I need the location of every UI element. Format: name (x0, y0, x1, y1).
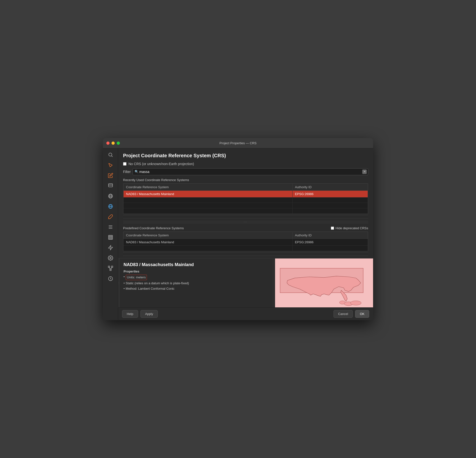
window-title: Project Properties — CRS (220, 141, 257, 145)
sidebar-item-table[interactable] (106, 233, 115, 242)
sidebar-item-cursor[interactable] (106, 161, 115, 170)
empty-cell (292, 245, 368, 251)
recently-used-table: Coordinate Reference System Authority ID… (123, 184, 368, 214)
map-preview (275, 258, 373, 307)
sidebar (103, 148, 118, 320)
sidebar-item-settings[interactable] (106, 254, 115, 262)
svg-line-26 (109, 267, 110, 269)
units-item: Units: meters (126, 275, 147, 280)
static-item: Static (relies on a datum which is plate… (126, 281, 189, 286)
ok-button[interactable]: OK (355, 310, 369, 318)
filter-input-wrap: 🔍 ✕ (133, 168, 368, 175)
close-button[interactable] (106, 142, 110, 145)
sidebar-item-search[interactable] (106, 150, 115, 159)
vertical-splitter[interactable] (118, 258, 120, 307)
crs-name-cell: NAD83 / Massachusetts Mainland (124, 190, 293, 197)
predefined-hscroll[interactable] (123, 252, 368, 256)
empty-cell (124, 197, 293, 203)
crs-name-cell: NAD83 / Massachusetts Mainland (124, 239, 293, 245)
no-crs-label: No CRS (or unknown/non-Earth projection) (128, 162, 194, 166)
table-row (124, 208, 368, 214)
section-splitter[interactable] (123, 221, 368, 223)
apply-button[interactable]: Apply (140, 310, 158, 318)
footer: Help Apply Cancel OK (118, 307, 373, 320)
empty-cell (292, 203, 368, 208)
maximize-button[interactable] (117, 142, 120, 145)
svg-line-27 (111, 267, 112, 269)
table-row[interactable]: NAD83 / Massachusetts Mainland EPSG:2698… (124, 190, 368, 197)
minimize-button[interactable] (112, 142, 115, 145)
table-row (124, 245, 368, 251)
sidebar-item-clock[interactable] (106, 274, 115, 283)
table-row (124, 203, 368, 208)
titlebar: Project Properties — CRS (103, 138, 373, 148)
hide-deprecated-label: Hide deprecated CRSs (336, 226, 368, 230)
map-svg (275, 258, 373, 307)
svg-line-4 (110, 165, 112, 167)
empty-cell (124, 203, 293, 208)
content-area: Project Coordinate Reference System (CRS… (118, 148, 373, 320)
filter-row: Filter 🔍 ✕ (123, 168, 368, 175)
hide-deprecated-row: Hide deprecated CRSs (331, 226, 368, 230)
list-item: Static (relies on a datum which is plate… (124, 281, 269, 286)
detail-title: NAD83 / Massachusetts Mainland (124, 262, 269, 268)
svg-rect-16 (108, 235, 112, 239)
detail-properties-list: Units: meters Static (relies on a datum … (124, 275, 269, 291)
predefined-table-wrap: Coordinate Reference System Authority ID… (123, 231, 368, 251)
authority-id-cell: EPSG:26986 (292, 239, 368, 245)
filter-label: Filter (123, 170, 131, 174)
predefined-section: Predefined Coordinate Reference Systems … (123, 226, 368, 256)
recently-used-table-wrap: Coordinate Reference System Authority ID… (123, 183, 368, 214)
sidebar-item-globe2[interactable] (106, 202, 115, 211)
main-window: Project Properties — CRS (103, 138, 373, 320)
panel-title: Project Coordinate Reference System (CRS… (123, 153, 368, 158)
col-crs-header: Coordinate Reference System (124, 184, 293, 190)
table-row[interactable]: NAD83 / Massachusetts Mainland EPSG:2698… (124, 239, 368, 245)
predefined-title: Predefined Coordinate Reference Systems (123, 226, 184, 230)
detail-section: NAD83 / Massachusetts Mainland Propertie… (118, 258, 373, 307)
svg-rect-23 (108, 266, 110, 267)
predefined-header: Predefined Coordinate Reference Systems … (123, 226, 368, 230)
svg-rect-24 (111, 266, 113, 267)
svg-point-22 (110, 257, 111, 259)
svg-point-0 (109, 153, 112, 156)
crs-panel: Project Coordinate Reference System (CRS… (118, 148, 373, 258)
method-item: Method: Lambert Conformal Conic (126, 286, 175, 291)
detail-text: NAD83 / Massachusetts Mainland Propertie… (120, 258, 273, 307)
empty-cell (124, 245, 293, 251)
col-authority-header: Authority ID (292, 184, 368, 190)
detail-properties-label: Properties (124, 270, 269, 273)
svg-line-1 (112, 156, 112, 157)
no-crs-checkbox[interactable] (123, 162, 126, 166)
sidebar-item-edit[interactable] (106, 171, 115, 180)
filter-input[interactable] (133, 168, 368, 175)
authority-id-cell: EPSG:26986 (292, 190, 368, 197)
filter-clear-button[interactable]: ✕ (362, 170, 367, 174)
svg-marker-21 (108, 245, 112, 250)
svg-point-33 (350, 301, 361, 305)
recently-used-title: Recently Used Coordinate Reference Syste… (123, 178, 368, 182)
recently-used-section: Recently Used Coordinate Reference Syste… (123, 178, 368, 218)
sidebar-item-plugin[interactable] (106, 243, 115, 252)
sidebar-item-list[interactable] (106, 223, 115, 231)
empty-cell (124, 208, 293, 214)
predefined-header-row: Coordinate Reference System Authority ID (124, 232, 368, 239)
window-controls (106, 142, 120, 145)
sidebar-item-globe[interactable] (106, 192, 115, 200)
table-row (124, 197, 368, 203)
sidebar-item-network[interactable] (106, 264, 115, 273)
svg-rect-25 (110, 269, 111, 271)
hide-deprecated-checkbox[interactable] (331, 227, 334, 230)
cancel-button[interactable]: Cancel (334, 310, 353, 318)
detail-resize-handle[interactable] (273, 258, 275, 307)
predefined-table: Coordinate Reference System Authority ID… (123, 232, 368, 251)
list-item: Method: Lambert Conformal Conic (124, 286, 269, 291)
recently-used-hscroll[interactable] (123, 215, 368, 218)
empty-cell (292, 208, 368, 214)
help-button[interactable]: Help (122, 310, 138, 318)
filter-search-icon: 🔍 (135, 170, 139, 173)
sidebar-item-brush[interactable] (106, 212, 115, 221)
list-item: Units: meters (124, 275, 269, 280)
no-crs-row: No CRS (or unknown/non-Earth projection) (123, 162, 368, 166)
sidebar-item-layers[interactable] (106, 181, 115, 190)
